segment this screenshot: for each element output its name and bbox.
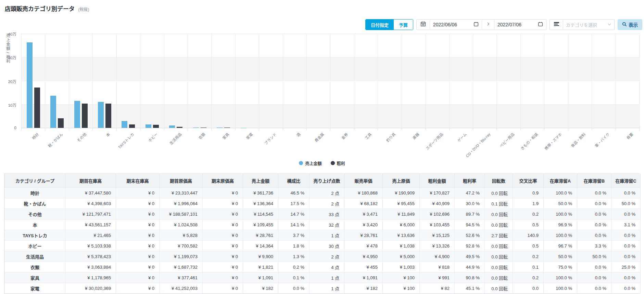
bar-sales <box>122 121 127 128</box>
tab-budget[interactable]: 予算 <box>394 19 413 30</box>
value-cell: 0.0 % <box>577 272 611 283</box>
chart-slot <box>592 34 616 128</box>
value-cell: ¥ 0 <box>116 209 160 219</box>
value-cell: ¥ 0 <box>203 272 243 283</box>
value-cell: 100.0 % <box>544 230 577 241</box>
date-from-input[interactable]: 2022/06/06 <box>430 19 482 30</box>
legend-dot-profit <box>331 161 335 165</box>
y-axis-tick: 40万 <box>0 31 16 37</box>
x-axis-label: 時計 <box>31 131 40 141</box>
tab-date-range[interactable]: 日付指定 <box>366 19 394 30</box>
calendar-button[interactable] <box>417 19 430 30</box>
y-axis-tick: 0 <box>0 126 16 130</box>
value-cell: 94.5 % <box>455 219 485 230</box>
value-cell: 2.7 回転 <box>485 230 513 241</box>
value-cell: ¥ 5,828 <box>160 230 203 241</box>
show-button-label: 表示 <box>629 21 638 28</box>
value-cell: 100.0 % <box>544 283 577 294</box>
category-cell: 家電 <box>5 283 65 294</box>
column-header: カテゴリ / グループ <box>5 174 65 188</box>
x-axis-cell: 生活用品 <box>164 128 188 130</box>
value-cell: 1 点 <box>310 230 344 241</box>
column-header: 販売単価 <box>344 174 383 188</box>
value-cell: ¥ 114,545 <box>243 209 278 219</box>
chart-slot <box>402 34 426 128</box>
date-to-input[interactable]: 2022/07/06 <box>494 19 546 30</box>
table-header-row: カテゴリ / グループ期首在庫高期末在庫高期首原価高期末原価高売上金額構成比売り… <box>5 174 641 188</box>
value-cell: ¥ 23,310,447 <box>160 188 203 198</box>
y-axis-labels: 40万30万20万10万0 <box>0 34 18 128</box>
table-row: 本¥ 43,561,157¥ 0¥ 1,024,508¥ 0¥ 109,4551… <box>5 219 641 230</box>
bar-profit <box>82 104 88 128</box>
column-header: 回転数 <box>485 174 513 188</box>
column-header: 売り上げ点数 <box>310 174 344 188</box>
app-root: 店頭販売カテゴリ別データ (税抜) 日付指定 予算 2022/06/06 <box>0 0 644 294</box>
value-cell: 0.0 回転 <box>485 283 513 294</box>
legend-item-profit[interactable]: 粗利 <box>331 160 345 166</box>
value-cell: ¥ 182 <box>243 283 278 294</box>
x-axis-cell: ホビー <box>140 128 164 130</box>
value-cell: ¥ 818 <box>420 262 455 272</box>
x-axis-cell: その他 <box>69 128 93 130</box>
value-cell: 0.1 % <box>278 272 310 283</box>
table-body: 時計¥ 37,447,580¥ 0¥ 23,310,447¥ 0¥ 361,73… <box>5 188 641 294</box>
value-cell: ¥ 0 <box>116 188 160 198</box>
value-cell: 47.2 % <box>455 188 485 198</box>
x-axis-label: 生活用品 <box>168 131 182 146</box>
value-cell: ¥ 1,687,732 <box>160 262 203 272</box>
value-cell: 100.0 % <box>544 272 577 283</box>
value-cell: 0.0 % <box>577 219 611 230</box>
x-axis-cell: CD・DVD・Blu-ray <box>473 128 497 130</box>
date-picker-icon[interactable] <box>473 22 479 28</box>
value-cell: 0.0 % <box>611 209 641 219</box>
date-from-value: 2022/06/06 <box>433 22 457 27</box>
date-picker-icon[interactable] <box>538 22 543 28</box>
value-cell: ¥ 1,038 <box>383 241 420 251</box>
page-title: 店頭販売カテゴリ別データ <box>5 6 75 12</box>
x-axis-label: 衣類 <box>197 131 206 141</box>
x-axis-label: 本 <box>105 131 111 138</box>
value-cell: 100.0 % <box>544 188 577 198</box>
chevron-right-icon <box>486 22 490 28</box>
x-axis-label: 貴金属 <box>313 131 325 143</box>
x-axis-label: ゲーム <box>456 131 468 143</box>
calendar-icon <box>420 21 426 28</box>
value-cell: 50.0 % <box>577 251 611 262</box>
value-cell: ¥ 0 <box>203 283 243 294</box>
value-cell: 0.9 <box>513 188 544 198</box>
value-cell: ¥ 0 <box>203 209 243 219</box>
value-cell: 46.5 % <box>278 188 310 198</box>
x-axis-cell: 本 <box>93 128 116 130</box>
category-cell: 衣類 <box>5 262 65 272</box>
bar-profit <box>105 104 111 128</box>
show-button[interactable]: 表示 <box>618 19 642 30</box>
chart-slot <box>45 34 69 128</box>
page-header: 店頭販売カテゴリ別データ (税抜) <box>0 0 644 13</box>
list-icon <box>554 22 559 28</box>
column-header: 在庫滞留A <box>544 174 577 188</box>
chart-slot <box>616 34 640 128</box>
value-cell: 0.0 % <box>577 209 611 219</box>
x-axis-cell: 車・バイク <box>592 128 616 130</box>
value-cell: 25.0 % <box>611 262 641 272</box>
value-cell: ¥ 1,996,064 <box>160 198 203 209</box>
value-cell: ¥ 100 <box>383 283 420 294</box>
category-cell: 家具 <box>5 272 65 283</box>
value-cell: ¥ 5,000 <box>383 251 420 262</box>
x-axis-label: 家具 <box>221 131 230 141</box>
chart-slot <box>354 34 378 128</box>
table-row: ホビー¥ 5,103,938¥ 0¥ 700,582¥ 0¥ 14,3641.8… <box>5 241 641 251</box>
category-select[interactable]: カテゴリを選択 <box>563 19 614 30</box>
value-cell: ¥ 0 <box>203 251 243 262</box>
value-cell: 0.0 % <box>278 283 310 294</box>
value-cell: ¥ 0 <box>203 219 243 230</box>
chart-slot <box>164 34 188 128</box>
bar-profit <box>201 128 206 128</box>
legend-item-sales[interactable]: 売上金額 <box>299 160 321 166</box>
chart-slot <box>307 34 330 128</box>
bar-profit <box>34 88 40 128</box>
x-axis-label: 食品・飲料 <box>569 131 586 148</box>
value-cell: ¥ 28,761 <box>344 230 383 241</box>
category-list-button[interactable] <box>550 19 563 30</box>
value-cell: 1.9 <box>513 198 544 209</box>
